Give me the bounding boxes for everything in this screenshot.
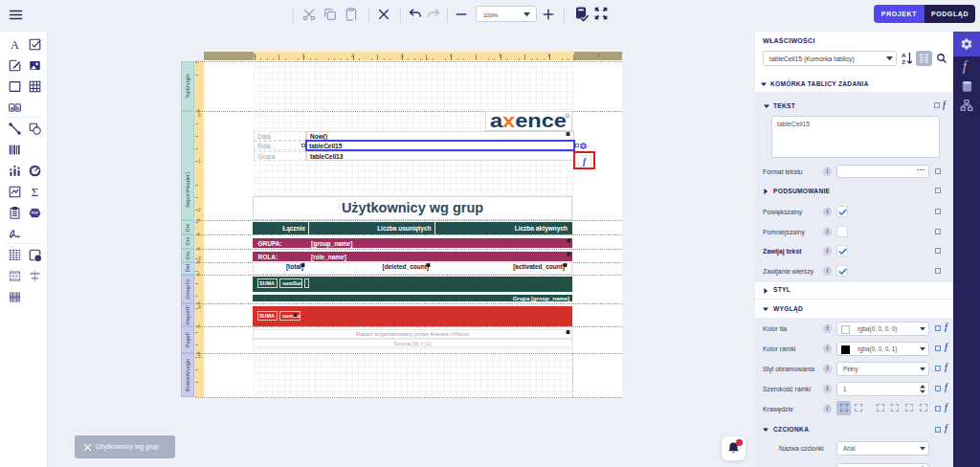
svg-text:A: A: [902, 52, 906, 58]
svg-text:PDF: PDF: [32, 211, 39, 215]
svg-text:axence: axence: [490, 112, 567, 130]
svg-text:b: b: [16, 104, 20, 111]
svg-text:A: A: [11, 38, 19, 51]
svg-text:Σ: Σ: [32, 186, 38, 198]
svg-text:Z: Z: [902, 58, 905, 65]
svg-text:a: a: [11, 104, 14, 111]
svg-text:R: R: [567, 114, 569, 119]
